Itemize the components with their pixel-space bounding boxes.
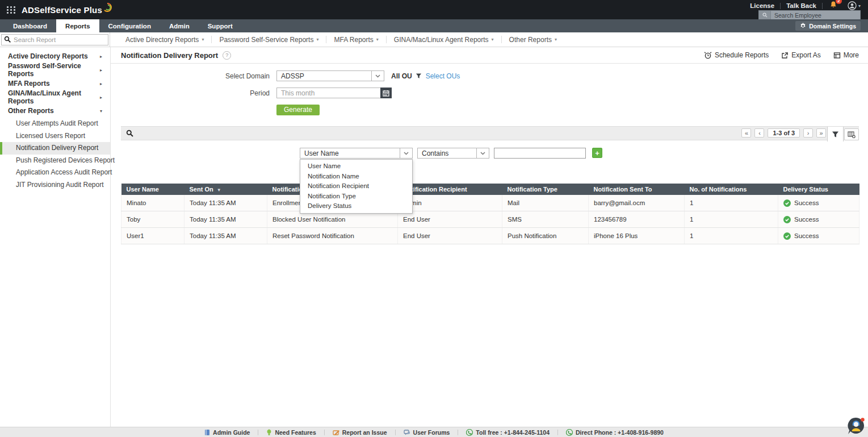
topbar-links: License Talk Back 2 ▾ xyxy=(744,1,861,10)
sidebar-item-jit-provisioning-audit-report[interactable]: JIT Provisioning Audit Report xyxy=(0,179,110,192)
tab-reports[interactable]: Reports xyxy=(56,19,99,32)
schedule-reports-button[interactable]: Schedule Reports xyxy=(704,51,769,59)
column-header-notification-recipient[interactable]: Notification Recipient xyxy=(398,184,502,195)
all-ou-label: All OU xyxy=(391,72,412,80)
column-header-delivery-status[interactable]: Delivery Status xyxy=(778,184,859,195)
tab-admin[interactable]: Admin xyxy=(160,19,199,32)
tab-support[interactable]: Support xyxy=(199,19,242,32)
main-nav-tabs: Dashboard Reports Configuration Admin Su… xyxy=(0,19,868,32)
filter-funnel-icon[interactable] xyxy=(416,73,422,79)
chevron-right-icon: ▸ xyxy=(100,68,102,73)
sidebar-group-active-directory-reports[interactable]: Active Directory Reports▸ xyxy=(0,49,110,63)
sidebar-item-user-attempts-audit-report[interactable]: User Attempts Audit Report xyxy=(0,118,110,130)
cell-user-name: Minato xyxy=(121,195,184,211)
notifications-bell-icon[interactable]: 2 xyxy=(829,1,837,11)
app-logo: ADSelfService Plus xyxy=(22,5,112,15)
lightbulb-icon xyxy=(266,429,272,436)
prev-page-button[interactable]: ‹ xyxy=(754,128,764,138)
sidebar-item-notification-delivery-report[interactable]: Notification Delivery Report xyxy=(0,142,110,155)
first-page-button[interactable]: « xyxy=(741,128,751,138)
column-header-notification-sent-to[interactable]: Notification Sent To xyxy=(589,184,685,195)
sidebar-item-application-access-audit-report[interactable]: Application Access Audit Report xyxy=(0,167,110,179)
alarm-clock-icon xyxy=(704,51,712,59)
logo-swoosh-icon xyxy=(103,2,112,13)
period-input[interactable] xyxy=(276,88,380,98)
grid-search-icon[interactable] xyxy=(126,130,134,138)
success-check-icon xyxy=(783,199,791,207)
tab-configuration[interactable]: Configuration xyxy=(99,19,160,32)
cell-sent-on: Today 11:35 AM xyxy=(184,211,267,228)
help-icon[interactable]: ? xyxy=(223,51,231,60)
need-features-link[interactable]: Need Features xyxy=(258,429,324,436)
column-header-no-of-notifications[interactable]: No. of Notifications xyxy=(685,184,778,195)
next-page-button[interactable]: › xyxy=(803,128,813,138)
select-domain-label: Select Domain xyxy=(111,72,270,80)
column-header-sent-on[interactable]: Sent On▼ xyxy=(184,184,267,195)
sidebar-group-mfa-reports[interactable]: MFA Reports▸ xyxy=(0,77,110,90)
dropdown-option-notification-name[interactable]: Notification Name xyxy=(300,172,412,182)
cell-delivery-status: Success xyxy=(778,195,859,211)
sidebar-group-other-reports[interactable]: Other Reports▾ xyxy=(0,104,110,118)
apps-grid-icon[interactable] xyxy=(7,6,16,14)
license-link[interactable]: License xyxy=(744,2,780,9)
filter-column-select[interactable]: User Name xyxy=(300,148,413,159)
report-an-issue-link[interactable]: Report an Issue xyxy=(325,429,395,436)
user-avatar[interactable]: ▾ xyxy=(848,1,861,10)
user-forums-link[interactable]: User Forums xyxy=(396,429,458,436)
calendar-icon[interactable] xyxy=(380,88,392,98)
chevron-right-icon: ▸ xyxy=(100,54,102,59)
add-filter-button[interactable]: + xyxy=(592,148,602,158)
subnav-other-reports[interactable]: Other Reports▾ xyxy=(502,36,564,44)
domain-select[interactable]: ADSSP xyxy=(276,70,384,81)
table-header-row: User Name Sent On▼ Notification Name Not… xyxy=(121,184,859,195)
filter-row: User Name Contains + User Name Notificat… xyxy=(121,140,859,184)
report-table: User Name Sent On▼ Notification Name Not… xyxy=(121,184,859,244)
dropdown-option-delivery-status[interactable]: Delivery Status xyxy=(300,201,412,211)
dropdown-option-notification-recipient[interactable]: Notification Recipient xyxy=(300,181,412,192)
chevron-right-icon: ▸ xyxy=(100,95,102,100)
select-ous-link[interactable]: Select OUs xyxy=(426,72,460,80)
generate-button[interactable]: Generate xyxy=(276,105,320,115)
tab-dashboard[interactable]: Dashboard xyxy=(4,19,56,32)
filter-operator-select[interactable]: Contains xyxy=(417,148,489,159)
employee-search xyxy=(758,10,861,20)
table-row: Toby Today 11:35 AM Blocked User Notific… xyxy=(121,211,859,228)
column-header-user-name[interactable]: User Name xyxy=(121,184,184,195)
chevron-down-icon: ▾ xyxy=(202,37,204,42)
talk-back-link[interactable]: Talk Back xyxy=(781,2,822,9)
cell-notification-recipient: End User xyxy=(398,228,502,244)
column-header-notification-type[interactable]: Notification Type xyxy=(502,184,589,195)
cell-delivery-status: Success xyxy=(778,228,859,244)
sidebar-item-licensed-users-report[interactable]: Licensed Users Report xyxy=(0,130,110,143)
dropdown-option-notification-type[interactable]: Notification Type xyxy=(300,192,412,202)
subnav-active-directory-reports[interactable]: Active Directory Reports▾ xyxy=(118,36,211,44)
domain-settings-button[interactable]: Domain Settings xyxy=(795,21,861,31)
last-page-button[interactable]: » xyxy=(816,128,826,138)
grid-toolbar: « ‹ 1-3 of 3 › » xyxy=(121,126,859,140)
table-row: User1 Today 11:35 AM Reset Password Noti… xyxy=(121,228,859,244)
status-text: Success xyxy=(794,232,819,239)
search-report-input[interactable] xyxy=(11,36,108,43)
sidebar-group-gina-mac-linux-agent-reports[interactable]: GINA/Mac/Linux Agent Reports▸ xyxy=(0,90,110,104)
filter-toggle-button[interactable] xyxy=(827,127,844,141)
subnav-password-self-service-reports[interactable]: Password Self-Service Reports▾ xyxy=(212,36,326,44)
reports-subnav: Active Directory Reports▾ Password Self-… xyxy=(0,32,868,47)
sidebar-group-password-self-service-reports[interactable]: Password Self-Service Reports▸ xyxy=(0,63,110,77)
support-chat-widget[interactable] xyxy=(846,417,866,436)
subnav-mfa-reports[interactable]: MFA Reports▾ xyxy=(326,36,385,44)
chevron-right-icon: ▸ xyxy=(100,81,102,86)
report-criteria-form: Select Domain ADSSP All OU Select OUs Pe… xyxy=(111,64,868,115)
cell-delivery-status: Success xyxy=(778,211,859,228)
subnav-gina-mac-linux-agent-reports[interactable]: GINA/Mac/Linux Agent Reports▾ xyxy=(387,36,501,44)
dropdown-option-user-name[interactable]: User Name xyxy=(300,161,412,172)
filter-value-input[interactable] xyxy=(494,148,586,159)
cell-notification-type: Mail xyxy=(502,195,589,211)
cell-no-of-notifications: 1 xyxy=(685,228,778,244)
more-button[interactable]: More xyxy=(833,51,859,59)
search-employee-input[interactable] xyxy=(771,12,860,19)
column-chooser-button[interactable] xyxy=(844,128,859,140)
more-actions-icon xyxy=(833,52,841,59)
admin-guide-link[interactable]: Admin Guide xyxy=(196,429,258,436)
sidebar-item-push-registered-devices-report[interactable]: Push Registered Devices Report xyxy=(0,155,110,167)
export-as-button[interactable]: Export As xyxy=(781,51,820,59)
